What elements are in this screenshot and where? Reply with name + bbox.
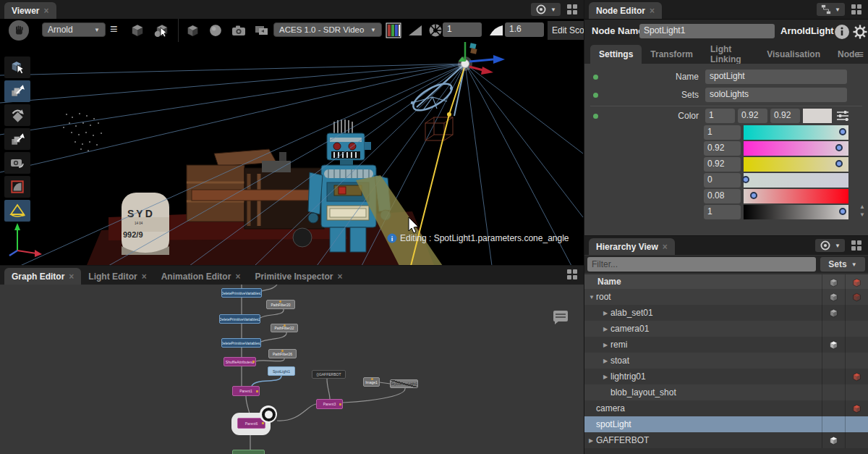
graph-node-pathfilter22[interactable]: PathFilter22	[271, 324, 298, 332]
color-g-field[interactable]: 0.92	[738, 109, 767, 123]
slider-handle[interactable]	[839, 128, 846, 135]
color-swatch[interactable]	[803, 109, 832, 123]
hierarchy-row-blob-layout-shot[interactable]: blob_layout_shot	[584, 384, 868, 400]
hierarchy-row-camera01[interactable]: ▶camera01	[584, 321, 868, 337]
scale-tool[interactable]	[4, 128, 30, 150]
graph-node-pathfilter26[interactable]: PathFilter26	[268, 349, 297, 358]
close-icon[interactable]: ×	[337, 272, 342, 282]
close-icon[interactable]: ×	[650, 6, 655, 16]
tab-visualisation[interactable]: Visualisation	[758, 45, 829, 64]
slider-gradient-bar[interactable]	[744, 141, 848, 156]
viewer-menu-icon[interactable]: ≡	[110, 22, 118, 37]
slider-value-field[interactable]: 1	[704, 205, 741, 219]
camera-tool[interactable]	[4, 152, 30, 174]
viewer-canvas[interactable]: SYD 14 04 992/9	[0, 42, 584, 265]
graph-node-shuffleattributes2[interactable]: ShuffleAttributes2	[224, 357, 256, 366]
tab-node-editor[interactable]: Node Editor×	[589, 2, 662, 19]
graph-canvas[interactable]: DeletePrimitiveVariables1PathFilter20Del…	[0, 285, 584, 454]
graph-node-gafferbot[interactable]: {} GAFFERBOT	[312, 370, 346, 379]
tab-hierarchy-view[interactable]: Hierarchy View×	[589, 238, 675, 255]
light-tool[interactable]	[4, 200, 30, 222]
slider-gradient-bar[interactable]	[744, 157, 848, 172]
slider-handle[interactable]	[835, 160, 843, 167]
hierarchy-row-alab-set01[interactable]: ▶alab_set01	[584, 305, 868, 321]
graph-node-deleteprimitivevariables2[interactable]: DeletePrimitiveVariables2	[219, 314, 260, 324]
name-input[interactable]: spotLight	[705, 70, 847, 84]
tab-settings[interactable]: Settings	[590, 45, 642, 64]
graph-node-parent1[interactable]: Parent1	[232, 386, 260, 396]
close-icon[interactable]: ×	[142, 272, 147, 282]
tabs-menu-icon[interactable]: ≡	[857, 48, 864, 60]
layout-grid-icon[interactable]	[566, 4, 578, 15]
slider-value-field[interactable]: 1	[704, 125, 741, 140]
tab-graph-editor[interactable]: Graph Editor×	[4, 268, 81, 285]
slider-handle[interactable]	[742, 176, 749, 183]
tab-viewer[interactable]: Viewer×	[4, 2, 56, 19]
hierarchy-row-root[interactable]: ▼root	[584, 289, 868, 305]
slider-value-field[interactable]: 0	[704, 173, 741, 188]
close-icon[interactable]: ×	[43, 6, 48, 16]
renderer-dropdown[interactable]: Arnold▼	[42, 22, 106, 37]
close-icon[interactable]: ×	[235, 272, 240, 282]
slider-gradient-bar[interactable]	[744, 205, 848, 219]
translate-tool[interactable]	[4, 80, 30, 102]
pan-tool-button[interactable]	[9, 20, 29, 41]
color-r-field[interactable]: 1	[705, 109, 735, 123]
select-tool[interactable]	[4, 56, 30, 78]
camera-settings-dropdown[interactable]: ▼	[531, 3, 561, 16]
sets-input[interactable]: soloLights	[705, 88, 847, 102]
tab-animation-editor[interactable]: Animation Editor×	[154, 268, 248, 285]
edit-scope-button[interactable]: Edit Scope	[548, 21, 584, 40]
slider-handle[interactable]	[835, 144, 843, 151]
display-transform-dropdown[interactable]: ACES 1.0 - SDR Video▼	[273, 22, 382, 37]
tab-primitive-inspector[interactable]: Primitive Inspector×	[247, 268, 349, 285]
layout-grid-icon[interactable]	[851, 240, 862, 251]
graph-node-deleteprimitivevariables3[interactable]: DeletePrimitiveVariables3	[221, 338, 261, 348]
slider-handle[interactable]	[839, 208, 846, 215]
scene-selection-dropdown[interactable]: ▼	[815, 239, 845, 252]
tab-light-linking[interactable]: Light Linking	[702, 45, 758, 64]
graph-node-parent3[interactable]: Parent3	[316, 399, 343, 409]
color-chooser-icon[interactable]	[836, 110, 849, 122]
graph-node-unnamed[interactable]	[232, 450, 265, 454]
focus-ring[interactable]	[260, 405, 277, 423]
info-icon[interactable]	[834, 24, 850, 40]
slider-value-field[interactable]: 0.08	[704, 189, 741, 203]
scrollbar-arrows[interactable]: ▲▼	[859, 203, 865, 218]
shading-mode-button[interactable]	[127, 22, 148, 39]
close-icon[interactable]: ×	[663, 242, 668, 252]
exposure-field[interactable]: 1	[443, 22, 482, 37]
tab-transform[interactable]: Transform	[642, 45, 702, 64]
crop-window-tool[interactable]	[4, 176, 30, 198]
node-graph-dropdown[interactable]: ▼	[817, 3, 845, 16]
slider-gradient-bar[interactable]	[744, 173, 848, 188]
close-icon[interactable]: ×	[69, 272, 74, 282]
slider-gradient-bar[interactable]	[744, 125, 848, 140]
expander-icon[interactable]: ▼	[589, 294, 596, 300]
hierarchy-row-stoat[interactable]: ▶stoat	[584, 353, 868, 369]
camera-button[interactable]	[229, 22, 249, 39]
gear-icon[interactable]	[853, 25, 867, 39]
expander-icon[interactable]: ▶	[603, 310, 610, 316]
sets-dropdown[interactable]: Sets▼	[820, 257, 865, 272]
node-name-input[interactable]: SpotLight1	[639, 24, 775, 38]
expander-icon[interactable]: ▶	[603, 342, 610, 348]
graph-node-pathfilter20[interactable]: PathFilter20	[266, 300, 295, 309]
gamma-field[interactable]: 1.6	[505, 22, 544, 37]
graph-node-image1[interactable]: Image1	[363, 377, 380, 387]
shader-ball-button[interactable]	[205, 22, 226, 39]
rotate-tool[interactable]	[4, 104, 30, 126]
slider-value-field[interactable]: 0.92	[704, 157, 741, 172]
hierarchy-row-spotlight[interactable]: spotLight	[584, 416, 868, 432]
image-layers-button[interactable]	[252, 22, 272, 39]
expander-icon[interactable]: ▶	[589, 437, 596, 444]
channels-button[interactable]	[385, 22, 402, 39]
layout-grid-icon[interactable]	[566, 269, 578, 280]
expander-icon[interactable]: ▶	[603, 358, 610, 364]
hierarchy-row-camera[interactable]: camera	[584, 400, 868, 416]
color-b-field[interactable]: 0.92	[770, 109, 800, 123]
hierarchy-row-gafferbot[interactable]: ▶GAFFERBOT	[584, 432, 868, 448]
expander-icon[interactable]: ▶	[603, 326, 610, 332]
hierarchy-row-lightrig01[interactable]: ▶lightrig01	[584, 369, 868, 384]
list-header[interactable]: Name	[584, 274, 868, 289]
